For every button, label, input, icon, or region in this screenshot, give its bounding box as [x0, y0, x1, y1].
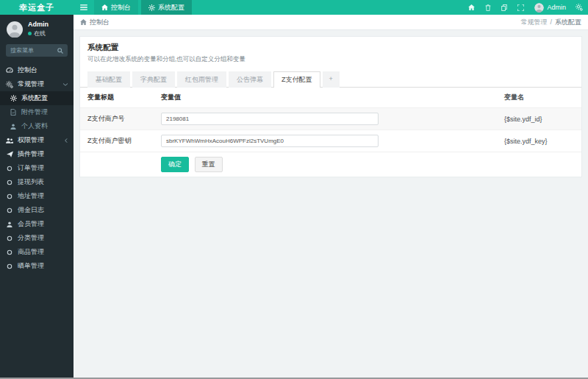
- tab-announcement[interactable]: 公告弹幕: [229, 71, 271, 88]
- paper-plane-icon: [6, 151, 13, 157]
- chevron-down-icon: [63, 83, 68, 86]
- sidebar-menu: 控制台 常规管理 系统配置 附件管理 个人资料 权限管理 插件管理: [0, 62, 74, 273]
- cogs-icon: [6, 81, 13, 88]
- circle-icon: [6, 194, 13, 199]
- sidebar-item-label: 分类管理: [18, 233, 44, 243]
- avatar: [7, 21, 23, 38]
- tab-redpacket-rain[interactable]: 红包雨管理: [177, 71, 226, 88]
- tab-base-config[interactable]: 基础配置: [87, 71, 130, 88]
- circle-icon: [6, 249, 13, 255]
- topbar-tab-dashboard[interactable]: 控制台: [94, 0, 138, 15]
- gear-icon: [148, 4, 155, 11]
- menu-search-input[interactable]: [10, 47, 54, 54]
- sidebar-item-dashboard[interactable]: 控制台: [0, 63, 74, 77]
- table-header-row: 变量标题 变量值 变量名: [80, 88, 581, 108]
- breadcrumb: 常规管理 / 系统配置: [520, 18, 581, 27]
- circle-icon: [6, 180, 13, 185]
- sidebar-search: [6, 44, 68, 57]
- sidebar-item-label: 附件管理: [21, 107, 48, 117]
- sidebar-item-label: 晒单管理: [18, 261, 44, 271]
- zpay-merchant-id-input[interactable]: [161, 113, 379, 125]
- gear-icon: [10, 95, 17, 102]
- copy-icon[interactable]: [496, 0, 512, 15]
- zpay-merchant-key-input[interactable]: [161, 135, 379, 147]
- submit-button[interactable]: 确定: [161, 157, 189, 172]
- avatar[interactable]: [534, 3, 544, 13]
- topbar: 控制台 系统配置 Admin: [74, 0, 588, 15]
- sidebar-item-label: 系统配置: [21, 93, 48, 103]
- config-panel: 系统配置 可以在此增改系统的变量和分组,也可以自定义分组和变量 基础配置 字典配…: [79, 36, 582, 177]
- config-tabs: 基础配置 字典配置 红包雨管理 公告弹幕 Z支付配置 +: [80, 68, 581, 88]
- sidebar-item-system-config[interactable]: 系统配置: [0, 91, 74, 105]
- cogs-icon[interactable]: [570, 0, 588, 15]
- main-content: 系统配置 可以在此增改系统的变量和分组,也可以自定义分组和变量 基础配置 字典配…: [74, 30, 588, 378]
- column-header: 变量名: [497, 88, 581, 108]
- sidebar-item-label: 佣金日志: [18, 205, 44, 215]
- sidebar-item-withdrawals[interactable]: 提现列表: [0, 175, 74, 189]
- dashboard-icon: [6, 67, 13, 74]
- sidebar-item-general[interactable]: 常规管理: [0, 77, 74, 91]
- sidebar-item-label: 权限管理: [18, 135, 44, 145]
- sidebar-user-panel: Admin 在线: [0, 15, 74, 42]
- online-dot-icon: [28, 32, 32, 35]
- topbar-user-name[interactable]: Admin: [547, 4, 566, 11]
- sidebar-item-addons[interactable]: 插件管理: [0, 147, 74, 161]
- chevron-left-icon: [65, 138, 68, 143]
- breadcrumb-separator: /: [550, 18, 552, 26]
- home-icon: [101, 4, 108, 10]
- group-icon: [6, 138, 13, 144]
- sidebar-item-attachments[interactable]: 附件管理: [0, 105, 74, 119]
- menu-toggle-icon[interactable]: [74, 0, 94, 15]
- topbar-right: Admin: [463, 0, 588, 15]
- variable-title: Z支付商户密钥: [80, 130, 154, 152]
- breadcrumb-current: 系统配置: [555, 18, 581, 27]
- user-status: 在线: [28, 29, 49, 38]
- sidebar-item-label: 个人资料: [21, 121, 48, 131]
- config-table: 变量标题 变量值 变量名 Z支付商户号 {$site.ydf_id} Z支付商户…: [80, 88, 581, 177]
- trash-icon[interactable]: [480, 0, 496, 15]
- app-logo[interactable]: 幸运盒子: [0, 0, 74, 15]
- variable-name: {$site.ydf_key}: [497, 130, 581, 152]
- sidebar-item-categories[interactable]: 分类管理: [0, 231, 74, 245]
- page-title: 控制台: [90, 18, 110, 27]
- circle-icon: [6, 166, 13, 171]
- tab-dict-config[interactable]: 字典配置: [132, 71, 175, 88]
- sidebar: 幸运盒子 Admin 在线 控制台 常规管理 系统: [0, 0, 74, 379]
- content-header: 控制台 常规管理 / 系统配置: [74, 15, 588, 30]
- sidebar-item-label: 提现列表: [18, 177, 44, 187]
- fullscreen-icon[interactable]: [512, 0, 529, 15]
- sidebar-item-goods[interactable]: 商品管理: [0, 245, 74, 259]
- sidebar-item-label: 插件管理: [18, 149, 44, 159]
- sidebar-item-label: 地址管理: [18, 191, 44, 201]
- home-icon: [80, 19, 87, 25]
- sidebar-item-profile[interactable]: 个人资料: [0, 119, 74, 133]
- sidebar-item-label: 会员管理: [18, 219, 44, 229]
- sidebar-item-commission-log[interactable]: 佣金日志: [0, 203, 74, 217]
- topbar-tab-system-config[interactable]: 系统配置: [141, 0, 192, 15]
- panel-title: 系统配置: [87, 43, 574, 53]
- table-row: Z支付商户号 {$site.ydf_id}: [80, 108, 581, 130]
- user-icon: [6, 222, 13, 227]
- circle-icon: [6, 263, 13, 269]
- table-row: Z支付商户密钥 {$site.ydf_key}: [80, 130, 581, 152]
- tab-add-group-button[interactable]: +: [323, 71, 340, 88]
- sidebar-item-addresses[interactable]: 地址管理: [0, 189, 74, 203]
- sidebar-item-label: 常规管理: [18, 79, 44, 89]
- sidebar-item-members[interactable]: 会员管理: [0, 217, 74, 231]
- sidebar-item-auth[interactable]: 权限管理: [0, 133, 74, 147]
- sidebar-item-label: 商品管理: [18, 247, 44, 257]
- user-icon: [10, 124, 17, 130]
- file-icon: [10, 109, 17, 116]
- home-icon[interactable]: [463, 0, 480, 15]
- column-header: 变量标题: [80, 88, 154, 108]
- user-name: Admin: [28, 21, 49, 28]
- sidebar-item-label: 控制台: [18, 65, 37, 75]
- reset-button[interactable]: 重置: [195, 157, 223, 172]
- variable-title: Z支付商户号: [80, 108, 154, 130]
- breadcrumb-parent[interactable]: 常规管理: [520, 18, 547, 27]
- variable-name: {$site.ydf_id}: [497, 108, 581, 130]
- sidebar-item-orders[interactable]: 订单管理: [0, 161, 74, 175]
- sidebar-item-reviews[interactable]: 晒单管理: [0, 259, 74, 273]
- circle-icon: [6, 208, 13, 213]
- tab-zpay-config[interactable]: Z支付配置: [273, 71, 320, 88]
